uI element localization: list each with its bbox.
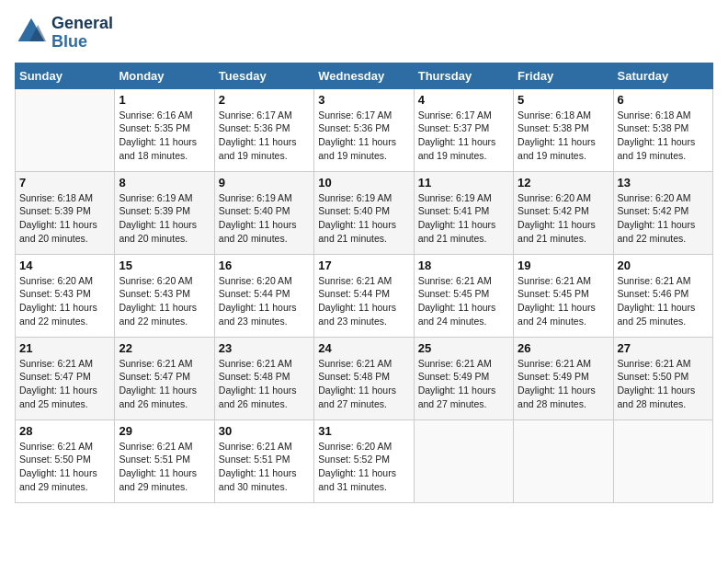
day-number: 17: [318, 259, 409, 272]
day-info: Sunrise: 6:21 AMSunset: 5:48 PMDaylight:…: [219, 357, 310, 411]
day-info: Sunrise: 6:18 AMSunset: 5:38 PMDaylight:…: [618, 109, 709, 163]
day-cell: 12Sunrise: 6:20 AMSunset: 5:42 PMDayligh…: [514, 171, 613, 254]
day-info: Sunrise: 6:17 AMSunset: 5:36 PMDaylight:…: [318, 109, 409, 163]
day-number: 18: [418, 259, 509, 272]
day-number: 7: [19, 176, 110, 190]
day-number: 26: [518, 341, 609, 355]
day-number: 12: [518, 176, 609, 190]
day-info: Sunrise: 6:19 AMSunset: 5:39 PMDaylight:…: [119, 191, 210, 246]
day-cell: 31Sunrise: 6:20 AMSunset: 5:52 PMDayligh…: [314, 419, 414, 502]
day-number: 29: [119, 424, 210, 438]
day-cell: [613, 419, 712, 502]
day-cell: 3Sunrise: 6:17 AMSunset: 5:36 PMDaylight…: [314, 88, 414, 171]
day-info: Sunrise: 6:19 AMSunset: 5:40 PMDaylight:…: [318, 191, 409, 246]
week-row-5: 28Sunrise: 6:21 AMSunset: 5:50 PMDayligh…: [16, 419, 713, 502]
day-cell: 17Sunrise: 6:21 AMSunset: 5:44 PMDayligh…: [314, 254, 414, 337]
day-number: 21: [19, 341, 110, 355]
day-number: 4: [418, 93, 509, 107]
day-info: Sunrise: 6:21 AMSunset: 5:51 PMDaylight:…: [119, 440, 210, 494]
day-info: Sunrise: 6:20 AMSunset: 5:42 PMDaylight:…: [518, 191, 609, 246]
day-info: Sunrise: 6:21 AMSunset: 5:47 PMDaylight:…: [19, 357, 110, 411]
day-cell: 13Sunrise: 6:20 AMSunset: 5:42 PMDayligh…: [613, 171, 712, 254]
day-cell: 5Sunrise: 6:18 AMSunset: 5:38 PMDaylight…: [514, 88, 613, 171]
day-info: Sunrise: 6:18 AMSunset: 5:39 PMDaylight:…: [19, 191, 110, 246]
day-cell: 30Sunrise: 6:21 AMSunset: 5:51 PMDayligh…: [214, 419, 313, 502]
week-row-2: 7Sunrise: 6:18 AMSunset: 5:39 PMDaylight…: [16, 171, 713, 254]
day-number: 25: [418, 341, 509, 355]
day-info: Sunrise: 6:21 AMSunset: 5:50 PMDaylight:…: [618, 357, 709, 411]
day-info: Sunrise: 6:20 AMSunset: 5:43 PMDaylight:…: [119, 274, 210, 328]
day-info: Sunrise: 6:16 AMSunset: 5:35 PMDaylight:…: [119, 109, 210, 163]
week-row-1: 1Sunrise: 6:16 AMSunset: 5:35 PMDaylight…: [16, 88, 713, 171]
day-number: 27: [618, 341, 709, 355]
day-cell: 7Sunrise: 6:18 AMSunset: 5:39 PMDaylight…: [16, 171, 115, 254]
day-cell: 16Sunrise: 6:20 AMSunset: 5:44 PMDayligh…: [214, 254, 313, 337]
day-cell: 29Sunrise: 6:21 AMSunset: 5:51 PMDayligh…: [115, 419, 214, 502]
day-cell: [514, 419, 613, 502]
day-info: Sunrise: 6:18 AMSunset: 5:38 PMDaylight:…: [518, 109, 609, 163]
logo: General Blue: [15, 15, 113, 52]
day-number: 3: [318, 93, 409, 107]
week-row-4: 21Sunrise: 6:21 AMSunset: 5:47 PMDayligh…: [16, 337, 713, 419]
day-number: 23: [219, 341, 310, 355]
logo-text: General Blue: [51, 15, 113, 52]
header-cell-sunday: Sunday: [16, 63, 115, 88]
day-info: Sunrise: 6:21 AMSunset: 5:45 PMDaylight:…: [518, 274, 609, 328]
day-cell: 22Sunrise: 6:21 AMSunset: 5:47 PMDayligh…: [115, 337, 214, 419]
day-number: 2: [219, 93, 310, 107]
day-info: Sunrise: 6:19 AMSunset: 5:40 PMDaylight:…: [219, 191, 310, 246]
day-cell: 21Sunrise: 6:21 AMSunset: 5:47 PMDayligh…: [16, 337, 115, 419]
day-number: 13: [618, 176, 709, 190]
day-info: Sunrise: 6:21 AMSunset: 5:46 PMDaylight:…: [618, 274, 709, 328]
day-number: 8: [119, 176, 210, 190]
day-info: Sunrise: 6:21 AMSunset: 5:45 PMDaylight:…: [418, 274, 509, 328]
page-header: General Blue: [15, 15, 713, 52]
day-info: Sunrise: 6:17 AMSunset: 5:37 PMDaylight:…: [418, 109, 509, 163]
day-cell: 8Sunrise: 6:19 AMSunset: 5:39 PMDaylight…: [115, 171, 214, 254]
header-row: SundayMondayTuesdayWednesdayThursdayFrid…: [16, 63, 713, 88]
day-cell: 6Sunrise: 6:18 AMSunset: 5:38 PMDaylight…: [613, 88, 712, 171]
day-info: Sunrise: 6:21 AMSunset: 5:49 PMDaylight:…: [518, 357, 609, 411]
day-cell: 9Sunrise: 6:19 AMSunset: 5:40 PMDaylight…: [214, 171, 313, 254]
day-info: Sunrise: 6:17 AMSunset: 5:36 PMDaylight:…: [219, 109, 310, 163]
calendar-table: SundayMondayTuesdayWednesdayThursdayFrid…: [15, 63, 713, 503]
day-number: 24: [318, 341, 409, 355]
day-cell: 10Sunrise: 6:19 AMSunset: 5:40 PMDayligh…: [314, 171, 414, 254]
day-cell: 23Sunrise: 6:21 AMSunset: 5:48 PMDayligh…: [214, 337, 313, 419]
day-cell: 19Sunrise: 6:21 AMSunset: 5:45 PMDayligh…: [514, 254, 613, 337]
header-cell-friday: Friday: [514, 63, 613, 88]
day-cell: 25Sunrise: 6:21 AMSunset: 5:49 PMDayligh…: [414, 337, 513, 419]
day-cell: 20Sunrise: 6:21 AMSunset: 5:46 PMDayligh…: [613, 254, 712, 337]
day-number: 31: [318, 424, 409, 438]
day-cell: 14Sunrise: 6:20 AMSunset: 5:43 PMDayligh…: [16, 254, 115, 337]
day-number: 30: [219, 424, 310, 438]
header-cell-saturday: Saturday: [613, 63, 712, 88]
day-cell: 2Sunrise: 6:17 AMSunset: 5:36 PMDaylight…: [214, 88, 313, 171]
day-cell: 4Sunrise: 6:17 AMSunset: 5:37 PMDaylight…: [414, 88, 513, 171]
day-cell: 27Sunrise: 6:21 AMSunset: 5:50 PMDayligh…: [613, 337, 712, 419]
day-number: 15: [119, 259, 210, 272]
header-cell-wednesday: Wednesday: [314, 63, 414, 88]
day-number: 19: [518, 259, 609, 272]
day-number: 5: [518, 93, 609, 107]
day-number: 22: [119, 341, 210, 355]
day-number: 1: [119, 93, 210, 107]
day-info: Sunrise: 6:21 AMSunset: 5:44 PMDaylight:…: [318, 274, 409, 328]
day-number: 16: [219, 259, 310, 272]
day-info: Sunrise: 6:20 AMSunset: 5:44 PMDaylight:…: [219, 274, 310, 328]
day-info: Sunrise: 6:21 AMSunset: 5:49 PMDaylight:…: [418, 357, 509, 411]
day-info: Sunrise: 6:20 AMSunset: 5:42 PMDaylight:…: [618, 191, 709, 246]
day-info: Sunrise: 6:21 AMSunset: 5:50 PMDaylight:…: [19, 440, 110, 494]
header-cell-thursday: Thursday: [414, 63, 513, 88]
day-info: Sunrise: 6:20 AMSunset: 5:52 PMDaylight:…: [318, 440, 409, 494]
day-number: 28: [19, 424, 110, 438]
day-cell: 26Sunrise: 6:21 AMSunset: 5:49 PMDayligh…: [514, 337, 613, 419]
day-cell: 1Sunrise: 6:16 AMSunset: 5:35 PMDaylight…: [115, 88, 214, 171]
day-cell: [16, 88, 115, 171]
day-info: Sunrise: 6:21 AMSunset: 5:51 PMDaylight:…: [219, 440, 310, 494]
day-cell: 28Sunrise: 6:21 AMSunset: 5:50 PMDayligh…: [16, 419, 115, 502]
day-number: 10: [318, 176, 409, 190]
day-number: 20: [618, 259, 709, 272]
logo-icon: [15, 17, 48, 50]
week-row-3: 14Sunrise: 6:20 AMSunset: 5:43 PMDayligh…: [16, 254, 713, 337]
